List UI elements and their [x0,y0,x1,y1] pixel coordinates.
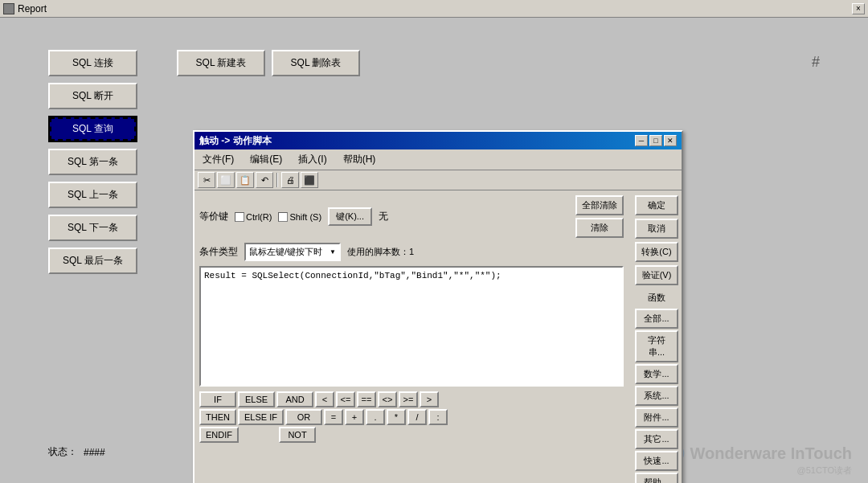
sql-query-button[interactable]: SQL 查询 [48,116,137,142]
convert-button[interactable]: 转换(C) [635,242,678,262]
plus-button[interactable]: + [345,409,364,425]
toolbar-undo-button[interactable]: ↶ [256,172,273,188]
ok-button[interactable]: 确定 [635,195,678,215]
dropdown-arrow-icon: ▼ [330,248,336,256]
status-bar: 状态： #### [48,445,105,459]
not-button[interactable]: NOT [279,427,316,443]
menu-item[interactable]: 文件(F) [198,151,239,168]
keyword-buttons: IF ELSE AND < <= == <> >= > THEN ELSE IF [199,391,624,443]
watermark-logo-row: W Wonderware InTouch [663,442,853,465]
sql-new-table-button[interactable]: SQL 新建表 [177,50,265,76]
func-attachment-button[interactable]: 附件... [635,407,678,428]
validate-button[interactable]: 验证(V) [635,265,678,285]
top-panel: SQL 新建表SQL 删除表 [177,50,360,76]
toolbar-cut-button[interactable]: ✂ [198,172,215,188]
left-panel: SQL 连接SQL 断开SQL 查询SQL 第一条SQL 上一条SQL 下一条S… [48,50,137,274]
or-button[interactable]: OR [285,409,322,425]
keyword-row-3: ENDIF NOT [199,427,624,443]
app-icon [3,3,14,14]
functions-section: 全部... 字符串... 数学... 系统... 附件... 其它... 快速.… [635,309,678,483]
sql-connect-button[interactable]: SQL 连接 [48,50,137,76]
blank-spacer [240,427,277,443]
sql-first-button[interactable]: SQL 第一条 [48,149,137,175]
shift-s-checkbox[interactable] [278,212,288,222]
func-all-button[interactable]: 全部... [635,309,678,329]
mult-button[interactable]: * [387,409,406,425]
ctrl-r-checkbox[interactable] [235,212,244,222]
sql-disconnect-button[interactable]: SQL 断开 [48,83,137,109]
endif-button[interactable]: ENDIF [199,427,239,443]
dialog-close-button[interactable]: ✕ [664,135,677,146]
func-quick-button[interactable]: 快速... [635,451,678,471]
shift-s-label: Shift (S) [289,212,321,222]
watermark: W Wonderware InTouch @51CTO读者 [663,442,853,477]
toolbar-print-button[interactable]: 🖨 [281,172,299,188]
script-count-label: 使用的脚本数：1 [347,246,414,258]
menu-item[interactable]: 编辑(E) [245,151,287,168]
func-string-button[interactable]: 字符串... [635,330,678,362]
equal-keys-label: 等价键 [199,210,228,223]
dialog-title-buttons: ─ □ ✕ [635,135,677,146]
dialog-body: 等价键 Ctrl(R) Shift (S) 键(K)... 无 全部清除 清除 [194,190,682,483]
eq-button[interactable]: == [357,391,376,407]
status-value: #### [84,447,105,458]
neq-button[interactable]: <> [378,391,397,407]
dialog-title: 触动 -> 动作脚本 [199,134,272,148]
script-text: Result = SQLSelect(ConnectionId,"bTag","… [204,271,619,280]
condition-label: 条件类型 [199,245,238,259]
dialog-min-button[interactable]: ─ [635,135,648,146]
func-system-button[interactable]: 系统... [635,386,678,406]
lte-button[interactable]: <= [336,391,355,407]
lt-button[interactable]: < [315,391,334,407]
script-editor[interactable]: Result = SQLSelect(ConnectionId,"bTag","… [199,266,624,387]
watermark-sub: @51CTO读者 [797,465,852,477]
no-label: 无 [379,210,388,223]
colon-button[interactable]: : [428,409,448,425]
condition-section: 条件类型 鼠标左键/键按下时 ▼ 使用的脚本数：1 [199,243,624,261]
condition-dropdown[interactable]: 鼠标左键/键按下时 ▼ [244,243,341,261]
func-other-button[interactable]: 其它... [635,429,678,449]
clear-all-button[interactable]: 全部清除 [575,195,624,215]
clear-button[interactable]: 清除 [575,218,624,238]
equal-keys-section: 等价键 Ctrl(R) Shift (S) 键(K)... 无 全部清除 清除 [199,195,624,238]
else-button[interactable]: ELSE [238,391,275,407]
then-button[interactable]: THEN [199,409,236,425]
window-close-button[interactable]: × [852,3,865,14]
toolbar-separator [276,173,278,187]
cancel-button[interactable]: 取消 [635,219,678,239]
and-button[interactable]: AND [276,391,313,407]
sql-last-button[interactable]: SQL 最后一条 [48,248,137,274]
window-title: Report [18,3,47,14]
main-content: SQL 连接SQL 断开SQL 查询SQL 第一条SQL 上一条SQL 下一条S… [0,18,868,483]
title-bar: Report × [0,0,868,18]
toolbar-copy-button[interactable]: ⬜ [217,172,235,188]
func-math-button[interactable]: 数学... [635,364,678,384]
dialog-menubar: 文件(F)编辑(E)插入(I)帮助(H) [194,149,682,170]
ctrl-r-checkbox-item: Ctrl(R) [235,212,272,222]
dot-button[interactable]: . [366,409,385,425]
menu-item[interactable]: 插入(I) [293,151,331,168]
condition-selected: 鼠标左键/键按下时 [249,246,322,258]
assign-button[interactable]: = [324,409,343,425]
status-label: 状态： [48,445,77,459]
toolbar-paste-button[interactable]: 📋 [236,172,254,188]
else-if-button[interactable]: ELSE IF [238,409,284,425]
if-button[interactable]: IF [199,391,236,407]
ctrl-r-label: Ctrl(R) [246,212,272,222]
gte-button[interactable]: >= [399,391,418,407]
keyword-row-2: THEN ELSE IF OR = + . * / : [199,409,624,425]
sql-prev-button[interactable]: SQL 上一条 [48,182,137,208]
functions-label: 函数 [635,292,678,304]
watermark-text: Wonderware InTouch [690,444,853,463]
dialog-max-button[interactable]: □ [649,135,662,146]
div-button[interactable]: / [407,409,427,425]
gt-button[interactable]: > [420,391,439,407]
key-button[interactable]: 键(K)... [328,207,372,226]
help-button[interactable]: 帮助... [635,473,678,483]
sql-next-button[interactable]: SQL 下一条 [48,215,137,241]
dialog: 触动 -> 动作脚本 ─ □ ✕ 文件(F)编辑(E)插入(I)帮助(H) ✂ … [193,130,683,483]
sql-delete-table-button[interactable]: SQL 删除表 [272,50,360,76]
toolbar-extra-button[interactable]: ⬛ [301,172,318,188]
clear-buttons: 全部清除 清除 [575,195,624,238]
menu-item[interactable]: 帮助(H) [338,151,381,168]
